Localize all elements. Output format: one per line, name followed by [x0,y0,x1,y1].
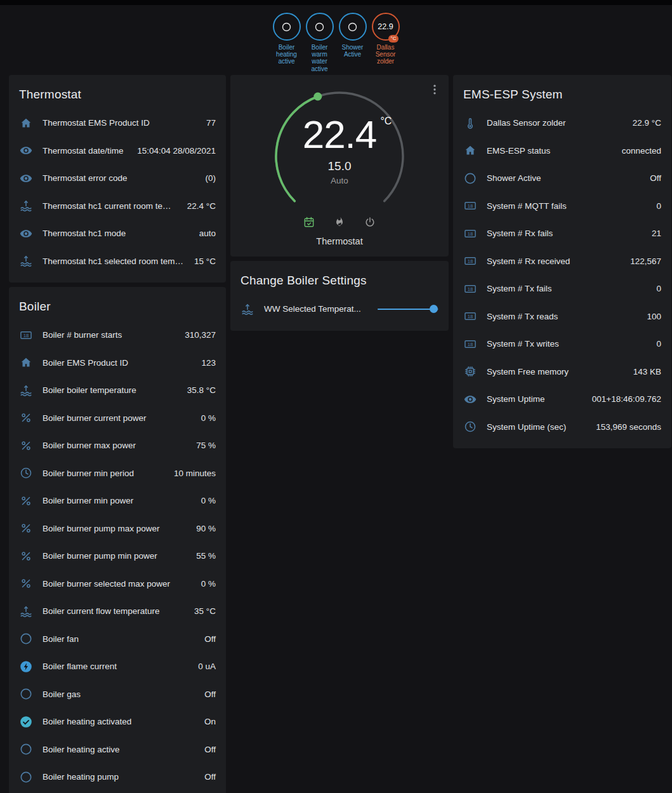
entity-row[interactable]: Boiler flame current 0 uA [9,653,226,681]
current-temperature: 22.4°C [303,115,377,154]
radiobox-blank-icon [347,22,358,32]
clock-icon [463,420,477,434]
entity-row[interactable]: Boiler gas Off [9,681,226,709]
entity-row[interactable]: Boiler burner selected max power 0 % [9,570,226,598]
entity-row[interactable]: Boiler burner min power 0 % [9,487,226,515]
thermometer-icon [463,116,477,130]
entity-state: auto [199,229,216,238]
hvac-mode-label: Auto [331,176,348,185]
counter-icon: 18 [463,309,477,323]
entity-row[interactable]: Thermostat error code (0) [9,164,226,192]
entity-row[interactable]: EMS-ESP status connected [453,137,671,165]
entity-name: Thermostat error code [43,173,196,183]
entity-row[interactable]: Thermostat hc1 current room temper... 22… [9,192,226,220]
entity-row[interactable]: Boiler heating active Off [9,736,226,764]
entity-row[interactable]: Boiler heating activated On [9,708,226,736]
card-title: Change Boiler Settings [230,261,449,295]
entity-row[interactable]: 18 System # Rx fails 21 [453,220,671,248]
entity-state: (0) [206,173,216,183]
entity-row[interactable]: Boiler burner min period 10 minutes [9,460,226,488]
entity-state: 22.4 °C [187,201,216,211]
entity-row[interactable]: System Uptime (sec) 153,969 seconds [453,413,671,441]
counter-icon: 18 [463,337,477,351]
right-column: EMS-ESP System Dallas Sensor zolder 22.9… [453,75,671,448]
entity-name: Boiler burner pump max power [43,524,187,533]
badge[interactable]: 22.9 °C Dallas Sensor zolder [369,13,402,65]
entity-state: 75 % [196,441,216,450]
eye-icon [19,227,33,241]
entity-row[interactable]: Thermostat EMS Product ID 77 [9,109,226,137]
radiobox-blank-icon [281,22,292,32]
entity-row[interactable]: Boiler EMS Product ID 123 [9,349,226,377]
entity-row[interactable]: Thermostat date/time 15:04:04 28/08/2021 [9,137,226,165]
home-icon [19,116,33,130]
thermostat-dial[interactable]: 22.4°C 15.0 Auto [270,86,409,226]
calendar-check-icon[interactable] [303,216,315,229]
entity-state: 0 [656,284,661,293]
entity-row[interactable]: Boiler heating pump Off [9,763,226,791]
entity-state: 55 % [196,551,216,561]
entity-name: System # Rx fails [487,229,642,238]
card-menu-button[interactable] [426,81,444,99]
water-temp-icon [19,604,33,618]
entity-row[interactable]: Boiler burner max power 75 % [9,432,226,460]
entity-row[interactable]: System Uptime 001+18:46:09.762 [453,385,671,413]
entity-name: System Free memory [487,367,624,377]
badges-row: Boiler heating active Boiler warm water … [0,5,672,75]
entity-list: Dallas Sensor zolder 22.9 °C EMS-ESP sta… [453,109,671,441]
entity-row[interactable]: Boiler burner pump min power 55 % [9,542,226,570]
badge[interactable]: Shower Active [336,13,369,58]
radiobox-blank-icon [314,22,325,32]
thermostat-entities-card: Thermostat Thermostat EMS Product ID 77 … [9,75,226,283]
badge[interactable]: Boiler heating active [270,13,303,65]
ww-temp-slider[interactable] [378,304,438,314]
badge-label: Dallas Sensor zolder [369,44,402,65]
entity-name: Boiler gas [43,690,195,699]
entity-state: 0 [656,339,661,349]
entity-state: Off [650,173,661,183]
entity-list: 18 Boiler # burner starts 310,327 Boiler… [9,321,226,791]
entity-row[interactable]: 18 System # Tx fails 0 [453,275,671,303]
water-temp-icon [19,383,33,397]
badge[interactable]: Boiler warm water active [303,13,336,72]
entity-row[interactable]: Dallas Sensor zolder 22.9 °C [453,109,671,137]
entity-row[interactable]: Boiler burner pump max power 90 % [9,515,226,543]
entity-name: Boiler heating active [43,745,195,754]
svg-text:18: 18 [23,333,29,338]
ww-temp-slider-thumb[interactable] [430,305,438,313]
entity-row[interactable]: Thermostat hc1 selected room temper... 1… [9,248,226,276]
entity-name: Boiler burner pump min power [43,551,187,561]
percent-icon [19,439,33,453]
flame-icon[interactable] [333,216,346,229]
entity-row[interactable]: Boiler boiler temperature 35.8 °C [9,377,226,404]
badge-unit: °C [388,35,399,43]
entity-row[interactable]: Boiler current flow temperature 35 °C [9,597,226,625]
ww-selected-temp-row[interactable]: WW Selected Temperat... [230,295,449,323]
svg-text:18: 18 [468,286,473,292]
entity-row[interactable]: Boiler burner current power 0 % [9,404,226,432]
top-bar [0,0,672,5]
entity-row[interactable]: 18 System # Rx received 122,567 [453,248,671,276]
entity-row[interactable]: 18 System # Tx writes 0 [453,330,671,358]
entity-row[interactable]: 18 System # MQTT fails 0 [453,192,671,220]
power-icon[interactable] [364,216,376,229]
badge-circle [339,13,367,41]
entity-row[interactable]: Thermostat hc1 mode auto [9,220,226,248]
thermostat-gauge-card: 22.4°C 15.0 Auto Thermostat [230,75,449,257]
counter-icon: 18 [19,328,33,342]
entity-name: Thermostat hc1 mode [43,229,190,238]
entity-row[interactable]: Boiler fan Off [9,625,226,653]
entity-row[interactable]: System Free memory 143 KB [453,358,671,386]
entity-state: Off [204,634,216,644]
entity-name: Boiler heating pump [43,772,195,782]
circle-icon [19,742,33,756]
svg-text:18: 18 [468,231,473,237]
entity-name: System Uptime (sec) [487,422,586,432]
counter-icon: 18 [463,282,477,296]
entity-row[interactable]: Shower Active Off [453,164,671,192]
entity-row[interactable]: 18 Boiler # burner starts 310,327 [9,321,226,349]
entity-row[interactable]: 18 System # Tx reads 100 [453,303,671,331]
entity-name: Boiler burner min period [43,469,164,478]
circle-icon [19,687,33,701]
badge-label: Boiler warm water active [303,44,336,72]
